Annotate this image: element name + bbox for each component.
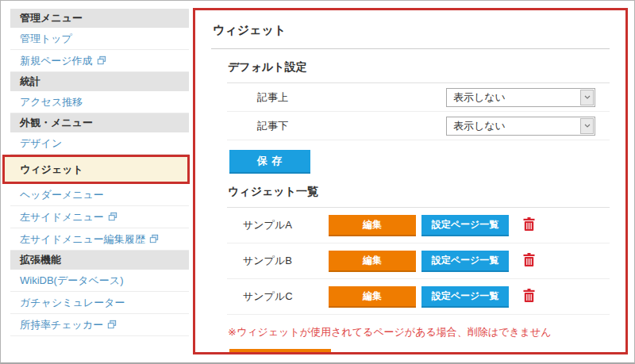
sidebar-item-ownership-checker[interactable]: 所持率チェッカー xyxy=(10,314,189,336)
widget-name: サンプルC xyxy=(227,289,329,304)
widget-settings-panel: ウィジェット デフォルト設定 記事上 表示しない 記事下 表示しない xyxy=(193,8,628,354)
sidebar-item-label: ウィジェット xyxy=(20,163,83,177)
external-link-icon xyxy=(108,212,117,224)
sidebar-header-stats: 統計 xyxy=(10,72,189,91)
sidebar-item-label: デザイン xyxy=(20,136,62,151)
widget-name: サンプルA xyxy=(227,218,329,232)
widget-row-sample-c: サンプルC 編集 設定ページ一覧 xyxy=(227,279,610,315)
select-value: 表示しない xyxy=(453,90,506,105)
external-link-icon xyxy=(149,234,159,246)
sidebar-item-label: WikiDB(データベース) xyxy=(20,274,123,288)
sidebar-item-admin-top[interactable]: 管理トップ xyxy=(10,28,189,50)
sidebar-item-label: 左サイドメニュー xyxy=(20,210,104,224)
article-bottom-select[interactable]: 表示しない xyxy=(446,117,595,136)
sidebar-item-design[interactable]: デザイン xyxy=(10,132,189,155)
select-value: 表示しない xyxy=(453,119,506,133)
sidebar-item-wikidb[interactable]: WikiDB(データベース) xyxy=(10,270,189,292)
sidebar-header-extensions: 拡張機能 xyxy=(10,251,189,270)
sidebar-item-label: 管理トップ xyxy=(20,32,72,46)
trash-icon xyxy=(523,289,535,305)
trash-icon xyxy=(523,253,535,269)
pages-list-button[interactable]: 設定ページ一覧 xyxy=(421,215,509,236)
sidebar-item-label: 所持率チェッカー xyxy=(20,318,103,332)
setting-row-article-bottom: 記事下 表示しない xyxy=(227,112,610,140)
chevron-down-icon xyxy=(580,118,594,134)
delete-widget-button[interactable] xyxy=(521,218,536,232)
edit-button[interactable]: 編集 xyxy=(329,251,416,272)
widget-list-heading: ウィジェット一覧 xyxy=(227,174,610,208)
edit-button[interactable]: 編集 xyxy=(329,215,416,236)
widget-row-sample-a: サンプルA 編集 設定ページ一覧 xyxy=(227,208,610,243)
sidebar-item-label: 新規ページ作成 xyxy=(20,54,93,68)
sidebar-item-label: 左サイドメニュー編集履歴 xyxy=(20,232,145,247)
default-settings-section: デフォルト設定 記事上 表示しない 記事下 表示しない xyxy=(227,49,610,174)
pages-list-button[interactable]: 設定ページ一覧 xyxy=(421,286,509,308)
article-bottom-label: 記事下 xyxy=(257,119,288,133)
sidebar-item-access-stats[interactable]: アクセス推移 xyxy=(10,91,189,113)
article-top-label: 記事上 xyxy=(257,90,288,105)
delete-widget-button[interactable] xyxy=(521,254,536,268)
external-link-icon xyxy=(107,320,117,331)
sidebar-item-left-side-menu[interactable]: 左サイドメニュー xyxy=(10,206,189,228)
edit-button[interactable]: 編集 xyxy=(329,286,416,308)
chevron-down-icon xyxy=(580,90,594,105)
sidebar-item-label: ガチャシミュレーター xyxy=(20,296,125,310)
widget-name: サンプルB xyxy=(227,254,329,268)
save-button[interactable]: 保 存 xyxy=(229,150,310,174)
delete-note: ※ウィジェットが使用されてるページがある場合、削除はできません xyxy=(227,315,610,339)
sidebar-item-header-menu[interactable]: ヘッダーメニュー xyxy=(10,184,189,206)
sidebar-item-label: ヘッダーメニュー xyxy=(20,188,104,202)
widget-row-sample-b: サンプルB 編集 設定ページ一覧 xyxy=(227,243,610,279)
widget-list-section: ウィジェット一覧 サンプルA 編集 設定ページ一覧 サンプルB 編集 設定ページ… xyxy=(227,174,610,354)
admin-page: 管理メニュー 管理トップ 新規ページ作成 統計 アクセス推移 外観・メニュー デ… xyxy=(0,0,635,364)
sidebar-item-widget[interactable]: ウィジェット xyxy=(2,155,190,184)
pages-list-button[interactable]: 設定ページ一覧 xyxy=(421,251,509,272)
sidebar-item-gacha-simulator[interactable]: ガチャシミュレーター xyxy=(10,292,189,314)
sidebar-item-left-side-menu-history[interactable]: 左サイドメニュー編集履歴 xyxy=(10,228,189,251)
setting-row-article-top: 記事上 表示しない xyxy=(227,83,610,112)
trash-icon xyxy=(523,217,535,233)
page-title: ウィジェット xyxy=(211,21,610,49)
sidebar-item-new-page[interactable]: 新規ページ作成 xyxy=(10,50,189,72)
create-widget-button[interactable]: ウィジェット作成 xyxy=(229,349,331,354)
delete-widget-button[interactable] xyxy=(521,289,536,304)
external-link-icon xyxy=(97,56,106,67)
default-settings-heading: デフォルト設定 xyxy=(227,49,610,83)
sidebar-header-appearance-menu: 外観・メニュー xyxy=(10,113,189,132)
admin-sidebar: 管理メニュー 管理トップ 新規ページ作成 統計 アクセス推移 外観・メニュー デ… xyxy=(10,9,189,336)
article-top-select[interactable]: 表示しない xyxy=(446,88,595,107)
sidebar-item-label: アクセス推移 xyxy=(20,95,83,109)
sidebar-header-admin-menu: 管理メニュー xyxy=(10,9,189,28)
